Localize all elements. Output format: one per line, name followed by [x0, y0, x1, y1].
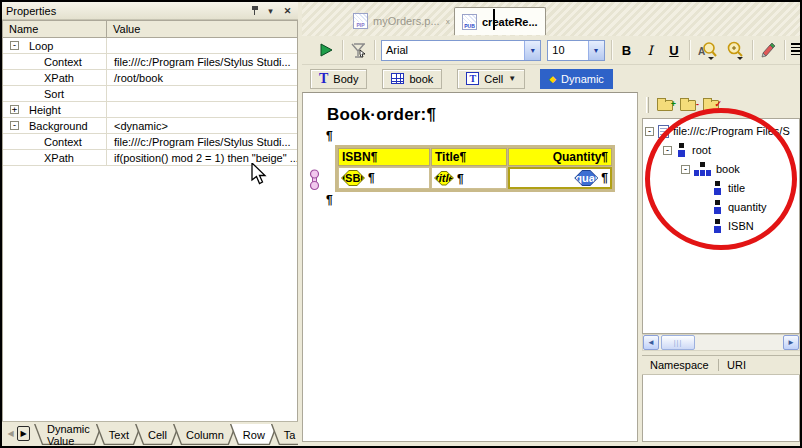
body-mode-button[interactable]: T Body [310, 69, 367, 89]
property-value[interactable]: /root/book [107, 72, 297, 84]
property-row-context[interactable]: Context file:///c:/Program Files/Stylus … [3, 54, 297, 70]
tree-item-root[interactable]: - root [663, 141, 711, 159]
expand-icon[interactable]: + [10, 105, 19, 114]
chevron-down-icon[interactable]: ▾ [588, 41, 604, 60]
schema-tree: - file:///c:/Program Files/S - root - bo… [642, 118, 800, 334]
tab-close-mark[interactable]: x [446, 17, 450, 26]
file-tab-myorders[interactable]: PIP myOrders.p...x [346, 7, 457, 35]
tree-item-label: book [716, 163, 740, 175]
close-icon[interactable]: ✕ [281, 4, 294, 17]
cell-mode-button[interactable]: T Cell ▼ [457, 69, 525, 89]
book-mode-button[interactable]: book [382, 69, 442, 89]
table-header-row: ISBN¶ Title¶ Quantity¶ [338, 148, 612, 166]
dynamic-book-table: ISBN¶ Title¶ Quantity¶ ISBN ¶ title ¶ qu… [335, 145, 615, 192]
property-row-background[interactable]: -Background <dynamic> [3, 118, 297, 134]
scroll-left-icon[interactable]: ◄ [643, 335, 659, 350]
tab-row[interactable]: Row [230, 424, 278, 445]
pin-icon[interactable] [250, 5, 260, 16]
collapse-icon[interactable]: - [681, 165, 690, 174]
tab-dynamic-value[interactable]: Dynamic Value [34, 424, 103, 445]
repeater-loop-icon[interactable] [308, 169, 321, 193]
data-cell-title[interactable]: title ¶ [431, 167, 507, 189]
tree-item-title[interactable]: title [712, 179, 745, 197]
namespace-column-header[interactable]: Namespace [642, 359, 718, 371]
remove-file-button[interactable]: - [679, 97, 699, 114]
tab-table[interactable]: Ta [271, 424, 298, 445]
scrollbar-thumb[interactable]: ||| [661, 335, 695, 350]
property-row-xpath[interactable]: XPath /root/book [3, 70, 297, 86]
element-node-icon [676, 143, 688, 158]
header-cell-title[interactable]: Title¶ [431, 148, 507, 166]
tree-item-label: file:///c:/Program Files/S [673, 125, 790, 137]
property-value[interactable]: if(position() mod 2 = 1) then "beige" ..… [107, 152, 297, 164]
column-header-value[interactable]: Value [107, 21, 297, 37]
underline-button[interactable]: U [665, 43, 683, 58]
file-tab-createreport[interactable]: PUB createRe... [454, 7, 546, 35]
uri-column-header[interactable]: URI [727, 359, 746, 371]
spell-check-icon[interactable]: A [696, 39, 718, 61]
bold-button[interactable]: B [617, 43, 635, 58]
scroll-right-icon[interactable]: ► [783, 335, 799, 350]
collapse-icon[interactable]: - [10, 41, 19, 50]
font-family-select[interactable]: Arial ▾ [381, 40, 541, 61]
schema-toolbar: + - ✓ [642, 92, 800, 118]
pip-file-icon: PIP [353, 13, 368, 29]
property-row-height[interactable]: +Height [3, 102, 297, 118]
header-cell-quantity[interactable]: Quantity¶ [508, 148, 612, 166]
repeating-element-icon [694, 162, 712, 177]
scenario-icon[interactable] [348, 39, 368, 61]
property-row-xpath2[interactable]: XPath if(position() mod 2 = 1) then "bei… [3, 150, 297, 166]
tree-item-file[interactable]: - file:///c:/Program Files/S [645, 122, 790, 140]
validate-file-button[interactable]: ✓ [702, 97, 722, 114]
title-value-tag[interactable]: title [434, 171, 454, 186]
collapse-icon[interactable]: - [663, 146, 672, 155]
property-value[interactable]: file:///c:/Program Files/Stylus Studi... [107, 56, 297, 68]
namespace-list[interactable] [642, 375, 800, 442]
property-row-loop[interactable]: -Loop [3, 38, 297, 54]
tree-item-label: quantity [728, 201, 767, 213]
collapse-icon[interactable]: - [10, 121, 19, 130]
chevron-down-icon[interactable]: ▾ [524, 41, 540, 60]
header-cell-isbn[interactable]: ISBN¶ [338, 148, 430, 166]
tree-item-quantity[interactable]: quantity [712, 198, 767, 216]
tree-item-isbn[interactable]: ISBN [712, 217, 754, 235]
horizontal-scrollbar[interactable]: ◄ ||| ► [642, 334, 800, 351]
collapse-icon[interactable]: - [645, 127, 654, 136]
element-node-icon [712, 181, 724, 196]
toolbar-grip[interactable] [646, 97, 649, 113]
property-name: XPath [44, 72, 74, 84]
property-row-sort[interactable]: Sort [3, 86, 297, 102]
isbn-value-tag[interactable]: ISBN [341, 170, 365, 186]
document-heading[interactable]: Book·order:¶ [327, 105, 436, 125]
font-size-select[interactable]: 10 ▾ [547, 40, 604, 61]
paragraph-mark: ¶ [601, 171, 608, 185]
style-lookup-icon[interactable] [724, 39, 746, 61]
property-value[interactable]: file:///c:/Program Files/Stylus Studi... [107, 136, 297, 148]
paragraph-lines-icon[interactable] [791, 43, 800, 57]
run-preview-icon[interactable] [316, 39, 336, 61]
tab-column[interactable]: Column [173, 424, 237, 445]
property-name: Background [29, 120, 88, 132]
tab-scroll-right-icon[interactable]: ▶ [17, 426, 30, 441]
highlighter-pen-icon[interactable] [759, 39, 779, 61]
quantity-value-tag[interactable]: quantity [574, 170, 598, 186]
tree-item-book[interactable]: - book [681, 160, 740, 178]
chevron-down-icon[interactable]: ▼ [508, 74, 516, 83]
panel-menu-icon[interactable]: ▾ [264, 4, 277, 17]
data-cell-quantity-selected[interactable]: quantity ¶ [508, 167, 612, 189]
tree-item-label: ISBN [728, 220, 754, 232]
property-row-context2[interactable]: Context file:///c:/Program Files/Stylus … [3, 134, 297, 150]
dynamic-mode-button[interactable]: ◆ Dynamic [540, 69, 613, 89]
add-file-button[interactable]: + [656, 97, 676, 114]
italic-button[interactable]: I [641, 43, 659, 58]
namespace-header: Namespace URI [642, 355, 800, 375]
document-canvas[interactable]: Book·order:¶ ¶ ISBN¶ Title¶ Quantity¶ IS… [302, 92, 638, 442]
data-cell-isbn[interactable]: ISBN ¶ [338, 167, 430, 189]
tab-text[interactable]: Text [96, 424, 142, 445]
property-name: Context [44, 56, 82, 68]
element-node-icon [712, 219, 724, 234]
column-header-name[interactable]: Name [3, 21, 107, 37]
tab-cell[interactable]: Cell [135, 424, 180, 445]
tab-scroll-left-icon[interactable]: ◀ [4, 426, 17, 441]
property-value[interactable]: <dynamic> [107, 120, 297, 132]
